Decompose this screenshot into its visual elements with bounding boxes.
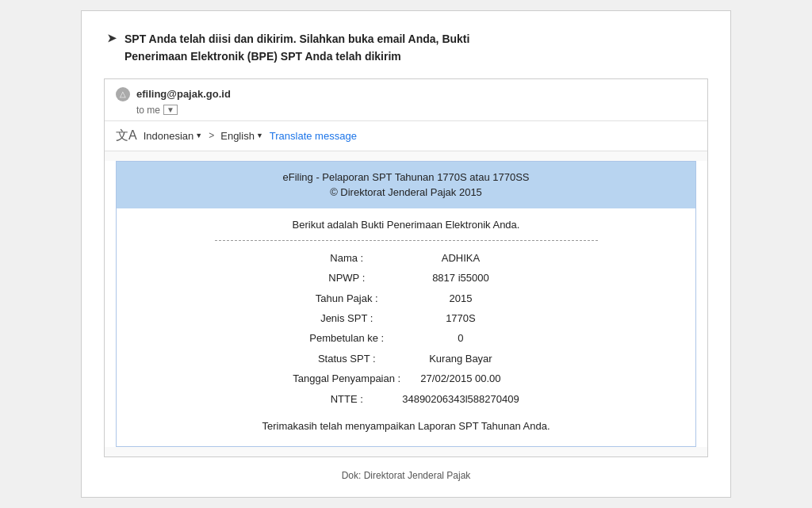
table-row: Tahun Pajak : 2015 (293, 289, 519, 307)
table-row: NTTE : 34890206343l588270409 (293, 390, 519, 408)
translate-link[interactable]: Translate message (270, 130, 357, 142)
person-icon: △ (116, 87, 130, 101)
thankyou-text: Terimakasih telah menyampaikan Laporan S… (132, 418, 680, 435)
lang-to-caret: ▼ (256, 132, 263, 139)
table-row: Pembetulan ke : 0 (293, 329, 519, 347)
header-line2: © Direktorat Jenderal Pajak 2015 (129, 185, 683, 201)
table-row: Jenis SPT : 1770S (293, 309, 519, 327)
email-card: △ efiling@pajak.go.id to me ▼ 文A Indones… (104, 78, 708, 457)
npwp-label: NPWP : (293, 269, 400, 287)
intro-section: ➤ SPT Anda telah diisi dan dikirim. Sila… (104, 30, 708, 66)
status-value: Kurang Bayar (402, 349, 519, 368)
ntte-label: NTTE : (293, 390, 400, 408)
tahun-value: 2015 (402, 289, 519, 307)
intro-line2: Penerimaan Elektronik (BPE) SPT Anda tel… (124, 50, 401, 63)
email-content-inner: Berikut adalah Bukti Penerimaan Elektron… (117, 208, 695, 446)
from-address: efiling@pajak.go.id (136, 88, 231, 100)
jenis-label: Jenis SPT : (293, 309, 400, 327)
table-row: Tanggal Penyampaian : 27/02/2015 00.00 (293, 369, 519, 388)
translate-icon: 文A (116, 128, 137, 144)
arrow-icon: ➤ (107, 32, 117, 44)
table-row: Status SPT : Kurang Bayar (293, 349, 519, 368)
table-row: NPWP : 8817 i55000 (293, 269, 519, 287)
pembetulan-label: Pembetulan ke : (293, 329, 400, 347)
to-label: to me (136, 105, 160, 116)
tahun-label: Tahun Pajak : (293, 289, 400, 307)
email-body: eFiling - Pelaporan SPT Tahunan 1770S at… (105, 161, 707, 447)
tanggal-label: Tanggal Penyampaian : (293, 369, 400, 388)
to-row: to me ▼ (116, 105, 696, 116)
nama-label: Nama : (293, 249, 400, 267)
intro-paragraph: SPT Anda telah diisi dan dikirim. Silahk… (124, 30, 469, 66)
pembetulan-value: 0 (402, 329, 519, 347)
table-row: Nama : ADHIKA (293, 249, 519, 267)
detail-table: Nama : ADHIKA NPWP : 8817 i55000 Tahun P… (291, 247, 520, 410)
main-container: ➤ SPT Anda telah diisi dan dikirim. Sila… (81, 10, 731, 498)
translate-bar: 文A Indonesian ▼ > English ▼ Translate me… (105, 121, 707, 151)
lang-from-btn[interactable]: Indonesian ▼ (144, 130, 203, 142)
header-line1: eFiling - Pelaporan SPT Tahunan 1770S at… (129, 170, 683, 185)
doc-caption: Dok: Direktorat Jenderal Pajak (104, 470, 708, 481)
email-blue-header: eFiling - Pelaporan SPT Tahunan 1770S at… (117, 162, 695, 208)
intro-line1: SPT Anda telah diisi dan dikirim. Silahk… (124, 32, 469, 45)
jenis-value: 1770S (402, 309, 519, 327)
bukti-text: Berikut adalah Bukti Penerimaan Elektron… (132, 216, 680, 234)
status-label: Status SPT : (293, 349, 400, 368)
ntte-value: 34890206343l588270409 (402, 390, 519, 408)
email-content-box: eFiling - Pelaporan SPT Tahunan 1770S at… (116, 161, 696, 447)
lang-to-btn[interactable]: English ▼ (220, 130, 263, 142)
lang-from-caret: ▼ (195, 132, 202, 139)
nama-value: ADHIKA (402, 249, 519, 267)
email-header: △ efiling@pajak.go.id to me ▼ (105, 79, 707, 121)
to-dropdown[interactable]: ▼ (163, 105, 178, 115)
lang-arrow: > (209, 130, 214, 141)
tanggal-value: 27/02/2015 00.00 (402, 369, 519, 388)
from-row: △ efiling@pajak.go.id (116, 87, 696, 101)
npwp-value: 8817 i55000 (402, 269, 519, 287)
separator (215, 240, 598, 241)
